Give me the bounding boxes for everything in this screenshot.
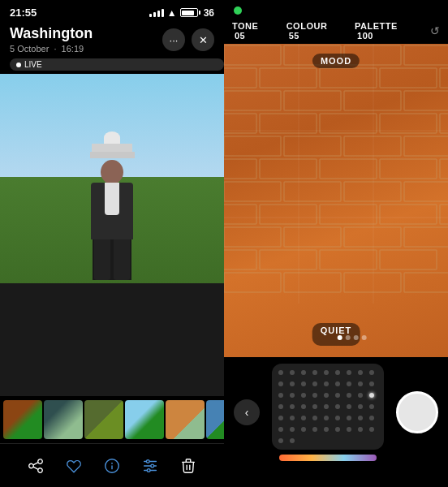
close-button[interactable]: ✕ xyxy=(192,28,214,51)
delete-button[interactable] xyxy=(179,457,197,475)
more-button[interactable]: ··· xyxy=(162,28,185,51)
svg-rect-12 xyxy=(440,68,448,88)
palette-dot xyxy=(301,370,306,375)
svg-rect-44 xyxy=(224,250,256,269)
svg-rect-10 xyxy=(320,68,377,88)
svg-rect-48 xyxy=(224,273,281,292)
thumbnail-3[interactable] xyxy=(84,400,123,439)
svg-rect-35 xyxy=(224,205,256,224)
svg-rect-19 xyxy=(320,114,377,133)
back-button[interactable]: ‹ xyxy=(234,399,260,425)
svg-rect-29 xyxy=(380,159,437,179)
svg-rect-23 xyxy=(284,136,341,156)
quiet-label: QUIET xyxy=(312,323,360,346)
palette-dot xyxy=(347,381,351,386)
main-photo xyxy=(0,74,224,396)
green-status-dot xyxy=(234,6,242,15)
right-bottom-controls: ‹ xyxy=(224,357,448,487)
palette-dot-grid[interactable] xyxy=(272,364,384,450)
thumbnail-6[interactable] xyxy=(206,400,224,439)
right-panel: TONE 05 COLOUR 55 PALETTE 100 ↺ xyxy=(224,0,448,487)
signal-bar-3 xyxy=(157,11,160,17)
svg-rect-51 xyxy=(404,273,448,292)
share-icon xyxy=(27,457,45,475)
signal-bar-4 xyxy=(162,9,164,17)
svg-rect-30 xyxy=(440,159,448,179)
palette-dot xyxy=(290,427,295,432)
palette-dot xyxy=(335,427,340,432)
palette-dot xyxy=(324,427,329,432)
palette-dot xyxy=(347,370,351,375)
svg-rect-42 xyxy=(344,227,401,247)
palette-dot xyxy=(301,393,306,398)
brick-pattern xyxy=(224,44,448,357)
svg-rect-11 xyxy=(380,68,437,88)
svg-rect-40 xyxy=(224,227,281,247)
thumbnail-5[interactable] xyxy=(166,400,205,439)
svg-rect-47 xyxy=(380,250,437,269)
palette-dot xyxy=(278,438,283,443)
thumbnail-strip[interactable] xyxy=(0,396,224,443)
tab-tone[interactable]: TONE 05 xyxy=(232,21,274,41)
palette-dot-active xyxy=(369,393,374,398)
svg-rect-27 xyxy=(260,159,317,179)
palette-dot xyxy=(301,416,306,420)
palette-dot xyxy=(278,393,283,398)
person-leg-right xyxy=(114,239,130,280)
photo-info: Washington 5 October · 16:19 xyxy=(10,25,93,54)
refresh-button[interactable]: ↺ xyxy=(430,24,440,37)
thumbnail-4[interactable] xyxy=(125,400,164,439)
svg-rect-32 xyxy=(284,182,341,201)
person-head xyxy=(101,160,123,184)
thumbnail-1[interactable] xyxy=(3,400,42,439)
palette-dot xyxy=(278,427,283,432)
palette-dot xyxy=(358,404,363,409)
palette-dot xyxy=(312,427,317,432)
photo-date: 5 October · 16:19 xyxy=(10,44,93,54)
shutter-button[interactable] xyxy=(396,391,438,433)
palette-dot xyxy=(324,370,329,375)
favorite-button[interactable] xyxy=(65,457,83,475)
palette-dot xyxy=(335,381,340,386)
wifi-icon: ▲ xyxy=(167,7,177,19)
tab-colour[interactable]: COLOUR 55 xyxy=(286,21,342,41)
person-shirt xyxy=(105,183,119,215)
svg-rect-7 xyxy=(404,45,448,65)
palette-dot xyxy=(369,416,374,420)
thumbnail-2[interactable] xyxy=(44,400,83,439)
share-button[interactable] xyxy=(27,457,45,475)
person-figure xyxy=(91,160,133,280)
palette-dot xyxy=(347,393,351,398)
svg-rect-15 xyxy=(344,91,401,110)
palette-area xyxy=(272,364,384,461)
palette-dot xyxy=(335,416,340,420)
svg-rect-8 xyxy=(224,68,256,88)
palette-dot xyxy=(324,404,329,409)
status-bar-right xyxy=(224,0,448,18)
svg-rect-34 xyxy=(404,182,448,201)
palette-dot xyxy=(278,381,283,386)
palette-dot xyxy=(324,381,329,386)
ground-area xyxy=(0,283,224,396)
photo-title: Washington xyxy=(10,25,93,42)
live-badge[interactable]: LIVE xyxy=(10,58,224,71)
capitol-base xyxy=(92,144,132,152)
info-button[interactable] xyxy=(103,457,121,475)
svg-rect-4 xyxy=(224,45,281,65)
page-dot-2 xyxy=(345,335,350,340)
photo-header: Washington 5 October · 16:19 ··· ✕ xyxy=(0,22,224,58)
svg-rect-38 xyxy=(380,205,437,224)
svg-rect-22 xyxy=(224,136,281,156)
svg-point-3 xyxy=(147,468,150,472)
status-bar-left: 21:55 ▲ 36 xyxy=(0,0,224,22)
person-leg-left xyxy=(94,239,110,280)
palette-dot xyxy=(290,438,295,443)
palette-gradient-bar[interactable] xyxy=(279,455,377,461)
tab-palette[interactable]: PALETTE 100 xyxy=(355,21,417,41)
adjust-button[interactable] xyxy=(141,457,159,475)
palette-dot xyxy=(335,404,340,409)
palette-dot xyxy=(278,370,283,375)
capitol-columns xyxy=(90,152,135,158)
status-icons-left: ▲ 36 xyxy=(149,7,214,19)
palette-dot xyxy=(312,370,317,375)
